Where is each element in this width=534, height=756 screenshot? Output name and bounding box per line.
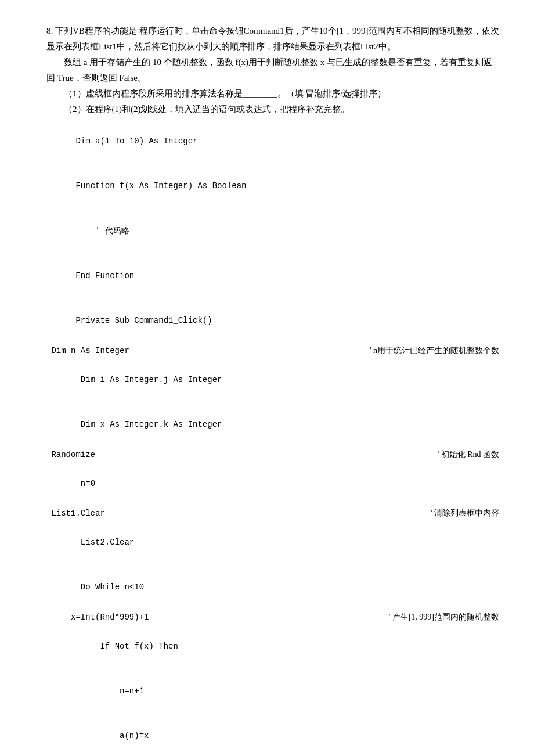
code-line-9: Randomize ' 初始化 Rnd 函数: [46, 449, 499, 460]
code-line-2: Function f(x As Integer) As Boolean: [46, 165, 499, 207]
code-line-17: a(n)=x: [46, 716, 499, 756]
code-block: Dim a(1 To 10) As Integer Function f(x A…: [46, 121, 499, 756]
question-8: 8. 下列VB程序的功能是 程序运行时，单击命令按钮Command1后，产生10…: [46, 23, 499, 756]
code-line-12: List2.Clear: [46, 522, 499, 563]
question-sub1: （1）虚线框内程序段所采用的排序算法名称是________。（填 冒泡排序/选择…: [64, 86, 499, 102]
code-line-4: End Function: [46, 255, 499, 297]
code-line-1: Dim a(1 To 10) As Integer: [46, 121, 499, 162]
code-line-14: x=Int(Rnd*999)+1 ' 产生[1, 999]范围内的随机整数: [46, 612, 499, 622]
code-line-8: Dim x As Integer.k As Integer: [46, 404, 499, 445]
code-line-10: n=0: [46, 463, 499, 505]
code-line-7: Dim i As Integer.j As Integer: [46, 359, 499, 401]
code-line-13: Do While n<10: [46, 567, 499, 609]
code-line-3: ' 代码略: [46, 211, 499, 252]
code-line-6: Dim n As Integer ' n用于统计已经产生的随机整数个数: [46, 345, 499, 356]
question-sub2: （2）在程序(1)和(2)划线处，填入适当的语句或表达式，把程序补充完整。: [64, 102, 499, 117]
code-line-11: List1.Clear ' 清除列表框中内容: [46, 508, 499, 519]
question-para1: 数组 a 用于存储产生的 10 个随机整数，函数 f(x)用于判断随机整数 x …: [46, 55, 499, 86]
code-line-15: If Not f(x) Then: [46, 626, 499, 667]
question-number: 8. 下列VB程序的功能是 程序运行时，单击命令按钮Command1后，产生10…: [46, 23, 499, 55]
code-line-5: Private Sub Command1_Click(): [46, 301, 499, 342]
code-line-16: n=n+1: [46, 671, 499, 712]
